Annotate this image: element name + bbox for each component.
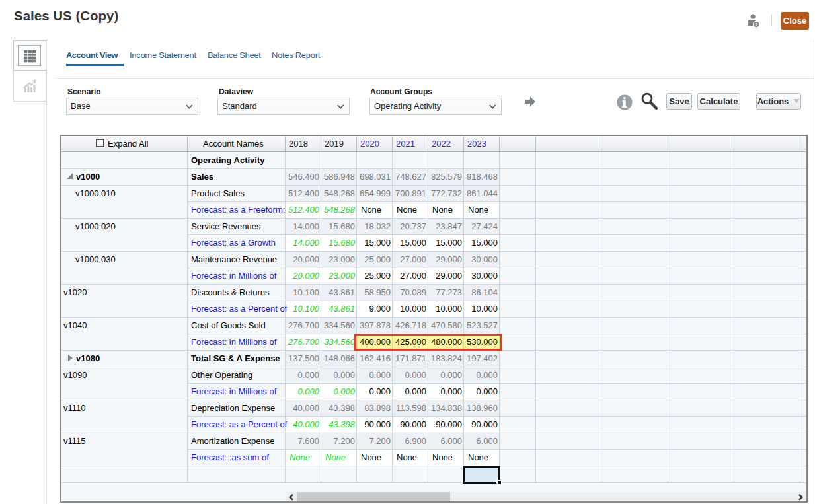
svg-text:?: ? (755, 22, 758, 28)
